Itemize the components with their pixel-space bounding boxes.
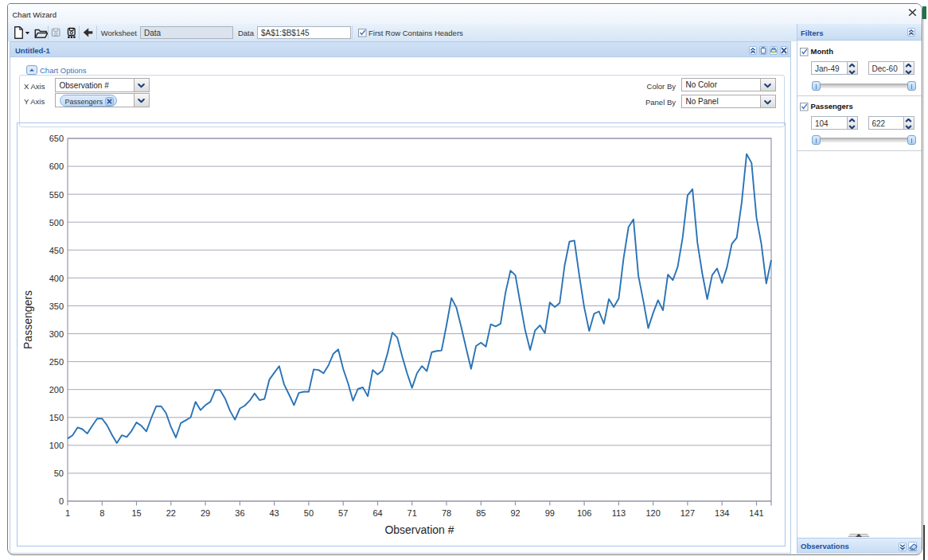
svg-text:57: 57: [338, 508, 348, 518]
svg-text:43: 43: [269, 508, 279, 518]
svg-text:29: 29: [201, 508, 210, 518]
svg-text:550: 550: [49, 190, 64, 200]
svg-text:450: 450: [49, 246, 64, 255]
svg-text:71: 71: [407, 508, 417, 518]
svg-text:150: 150: [49, 413, 64, 422]
svg-text:141: 141: [749, 508, 763, 518]
svg-text:0: 0: [59, 496, 64, 506]
svg-text:100: 100: [49, 441, 64, 450]
svg-text:600: 600: [49, 161, 64, 171]
svg-text:15: 15: [131, 508, 141, 518]
svg-text:8: 8: [99, 508, 104, 518]
svg-text:250: 250: [49, 357, 64, 367]
svg-text:127: 127: [680, 508, 695, 518]
svg-text:134: 134: [715, 508, 729, 518]
svg-text:22: 22: [166, 508, 176, 518]
svg-text:50: 50: [304, 508, 314, 518]
svg-text:Observation #: Observation #: [384, 523, 454, 536]
svg-text:650: 650: [49, 134, 64, 143]
svg-text:350: 350: [49, 301, 64, 311]
svg-text:64: 64: [372, 508, 382, 518]
svg-text:92: 92: [510, 508, 520, 518]
svg-text:50: 50: [54, 469, 64, 478]
svg-text:500: 500: [49, 218, 64, 228]
svg-text:36: 36: [235, 508, 244, 518]
svg-text:78: 78: [442, 508, 451, 518]
svg-text:400: 400: [49, 274, 64, 283]
svg-text:99: 99: [545, 508, 555, 518]
svg-text:300: 300: [49, 329, 64, 339]
svg-text:1: 1: [65, 508, 70, 518]
svg-text:Passengers: Passengers: [21, 290, 34, 349]
svg-text:113: 113: [612, 508, 626, 518]
svg-text:200: 200: [49, 385, 64, 395]
svg-text:85: 85: [476, 508, 485, 518]
svg-text:106: 106: [577, 508, 591, 518]
svg-text:120: 120: [645, 508, 660, 518]
